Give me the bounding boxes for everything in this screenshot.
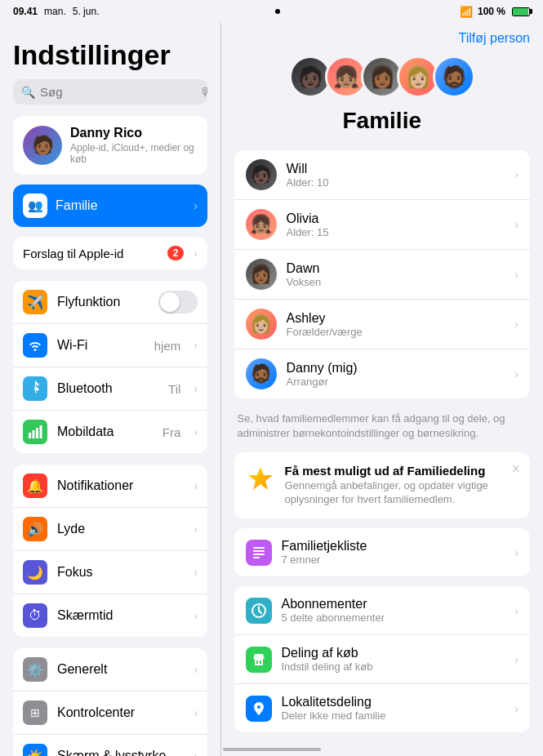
deling-kob-icon	[246, 647, 272, 673]
familietjekliste-subtitle: 7 emner	[282, 554, 367, 566]
option-row-abonnementer[interactable]: Abonnementer 5 delte abonnementer ›	[234, 586, 531, 635]
settings-row-bluetooth[interactable]: Bluetooth Til ›	[13, 367, 207, 411]
familietjekliste-icon	[246, 540, 272, 566]
svg-rect-8	[253, 557, 260, 558]
chevron-right-icon: ›	[514, 367, 519, 380]
member-row-will[interactable]: 🧑🏿 Will Alder: 10 ›	[234, 150, 531, 200]
member-row-olivia[interactable]: 👧🏽 Olivia Alder: 15 ›	[234, 200, 531, 250]
familietjekliste-title: Familietjekliste	[282, 539, 367, 554]
chevron-right-icon: ›	[194, 566, 198, 579]
option-row-deling-kob[interactable]: Deling af køb Indstil deling af køb ›	[234, 635, 531, 684]
lokalitetsdeling-title: Lokalitetsdeling	[282, 695, 386, 709]
chevron-right-icon: ›	[194, 382, 198, 395]
profile-section[interactable]: 🧑🏾 Danny Rico Apple-id, iCloud+, medier …	[13, 116, 207, 175]
member-info-dawn: Dawn Voksen	[287, 261, 322, 288]
mobildata-label: Mobildata	[57, 425, 153, 439]
sidebar-family-item[interactable]: 👥 Familie ›	[13, 185, 207, 227]
option-row-familietjekliste[interactable]: Familietjekliste 7 emner ›	[234, 528, 531, 576]
suggest-label: Forslag til Apple-id	[23, 247, 161, 260]
avatar: 🧑🏾	[23, 126, 62, 165]
settings-row-wifi[interactable]: Wi-Fi hjem ›	[13, 324, 207, 367]
suggest-badge: 2	[167, 246, 185, 260]
chevron-right-icon: ›	[194, 339, 198, 352]
settings-row-lyde[interactable]: 🔊 Lyde ›	[13, 508, 207, 551]
member-row-dawn[interactable]: 👩🏾 Dawn Voksen ›	[234, 250, 531, 300]
settings-row-generelt[interactable]: ⚙️ Generelt ›	[13, 648, 207, 692]
skaermtid-icon: ⏱	[23, 603, 47, 628]
member-name-olivia: Olivia	[287, 211, 329, 226]
svg-marker-4	[248, 467, 273, 490]
status-right-icons: 📶 100 %	[460, 6, 530, 18]
status-bar: 09.41 man. 5. jun. 📶 100 %	[0, 0, 543, 23]
chevron-right-icon: ›	[194, 199, 198, 212]
svg-rect-0	[29, 433, 31, 438]
bluetooth-value: Til	[168, 382, 180, 396]
member-detail-olivia: Alder: 15	[287, 226, 329, 238]
member-row-danny[interactable]: 🧔🏾 Danny (mig) Arrangør ›	[234, 349, 531, 398]
settings-row-fokus[interactable]: 🌙 Fokus ›	[13, 551, 207, 594]
wifi-label: Wi-Fi	[57, 338, 145, 353]
chevron-right-icon: ›	[514, 218, 519, 231]
search-input[interactable]	[40, 85, 195, 99]
sidebar-title: Indstillinger	[0, 33, 220, 79]
abonnementer-title: Abonnementer	[282, 597, 385, 611]
status-date: 5. jun.	[73, 6, 100, 17]
deling-kob-subtitle: Indstil deling af køb	[282, 660, 373, 673]
suggest-appleid-row[interactable]: Forslag til Apple-id 2 ›	[13, 237, 207, 269]
lyde-label: Lyde	[57, 522, 184, 536]
skaerm-label: Skærm & lysstyrke	[57, 749, 184, 756]
kontrolcenter-label: Kontrolcenter	[57, 705, 184, 720]
chevron-right-icon: ›	[514, 604, 519, 617]
chevron-right-icon: ›	[194, 425, 198, 438]
settings-group-connectivity: ✈️ Flyfunktion Wi-Fi hjem › Bluetooth Ti…	[13, 281, 207, 453]
skaermtid-label: Skærmtid	[57, 608, 184, 623]
search-icon: 🔍	[21, 86, 35, 99]
camera-dot-icon	[275, 9, 280, 14]
lokalitetsdeling-info: Lokalitetsdeling Deler ikke med familie	[282, 695, 386, 722]
chevron-right-icon: ›	[194, 609, 198, 622]
member-detail-ashley: Forælder/værge	[287, 326, 363, 338]
generelt-label: Generelt	[57, 662, 184, 677]
promo-info: Få mest muligt ud af Familiedeling Genne…	[285, 464, 519, 507]
promo-subtitle: Gennemgå anbefalinger, og opdater vigtig…	[285, 479, 519, 507]
member-name-dawn: Dawn	[287, 261, 322, 276]
generelt-icon: ⚙️	[23, 657, 47, 682]
promo-card: Få mest muligt ud af Familiedeling Genne…	[234, 452, 531, 518]
settings-row-mobildata[interactable]: Mobildata Fra ›	[13, 411, 207, 453]
settings-row-notifikationer[interactable]: 🔔 Notifikationer ›	[13, 465, 207, 508]
sidebar: Indstillinger 🔍 🎙 🧑🏾 Danny Rico Apple-id…	[0, 23, 220, 756]
mobildata-icon	[23, 420, 47, 444]
option-row-lokalitetsdeling[interactable]: Lokalitetsdeling Deler ikke med familie …	[234, 684, 531, 732]
add-person-button[interactable]: Tilføj person	[459, 31, 530, 46]
member-row-ashley[interactable]: 👩🏼 Ashley Forælder/værge ›	[234, 300, 531, 349]
flyfunktion-toggle[interactable]	[158, 291, 198, 314]
svg-rect-1	[33, 430, 35, 438]
wifi-value: hjem	[154, 339, 181, 353]
promo-title: Få mest muligt ud af Familiedeling	[285, 464, 519, 478]
family-members-list: 🧑🏿 Will Alder: 10 › 👧🏽 Olivia Alder: 15 …	[234, 150, 531, 398]
status-time: 09.41	[13, 6, 38, 17]
settings-row-flyfunktion[interactable]: ✈️ Flyfunktion	[13, 281, 207, 324]
chevron-right-icon: ›	[194, 749, 198, 756]
home-indicator	[223, 748, 321, 751]
chevron-right-icon: ›	[514, 318, 519, 331]
search-bar[interactable]: 🔍 🎙	[13, 79, 207, 105]
family-item-icon: 👥	[23, 193, 47, 218]
family-title: Familie	[343, 108, 421, 134]
settings-row-skaerm[interactable]: ☀️ Skærm & lysstyrke ›	[13, 735, 207, 756]
battery-icon	[512, 7, 530, 16]
member-avatar-danny: 🧔🏾	[246, 358, 277, 389]
settings-row-skaermtid[interactable]: ⏱ Skærmtid ›	[13, 594, 207, 637]
profile-subtitle: Apple-id, iCloud+, medier og køb	[70, 142, 198, 165]
profile-info: Danny Rico Apple-id, iCloud+, medier og …	[70, 126, 198, 165]
skaerm-icon: ☀️	[23, 744, 47, 756]
close-icon[interactable]: ×	[511, 460, 520, 478]
promo-icon	[246, 464, 275, 493]
settings-row-kontrolcenter[interactable]: ⊞ Kontrolcenter ›	[13, 692, 207, 735]
kontrolcenter-icon: ⊞	[23, 700, 47, 725]
chevron-right-icon: ›	[514, 653, 519, 666]
mic-icon: 🎙	[200, 86, 211, 99]
bluetooth-label: Bluetooth	[57, 381, 158, 396]
flyfunktion-icon: ✈️	[23, 290, 47, 314]
bluetooth-icon	[23, 376, 47, 401]
